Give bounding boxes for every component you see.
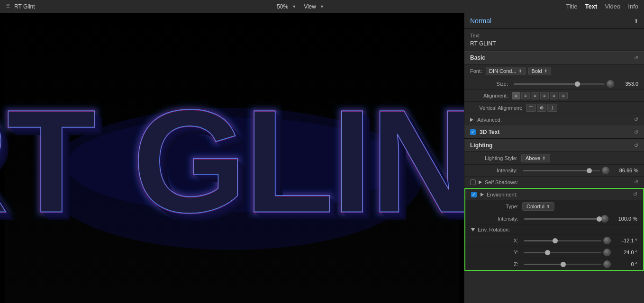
env-intensity-slider[interactable] bbox=[524, 218, 599, 220]
blend-mode-label[interactable]: Normal bbox=[470, 17, 491, 25]
env-intensity-fill bbox=[524, 218, 599, 220]
alignment-row: Alignment: ≡ ≡ ≡ ≡ ≡ ≡ bbox=[464, 90, 644, 102]
size-slider-thumb[interactable] bbox=[575, 81, 580, 87]
environment-expand-icon[interactable] bbox=[481, 193, 484, 196]
env-type-arrow: ⬆ bbox=[546, 204, 550, 209]
align-center-btn[interactable]: ≡ bbox=[521, 92, 530, 99]
env-y-label: Y: bbox=[471, 250, 518, 255]
env-intensity-thumb[interactable] bbox=[597, 216, 602, 222]
lighting-intensity-knob[interactable] bbox=[602, 167, 609, 174]
advanced-label[interactable]: Advanced: bbox=[477, 117, 502, 123]
title-bar-left: ⠿ RT Glint bbox=[6, 3, 35, 10]
env-x-slider[interactable] bbox=[524, 240, 601, 241]
size-label: Size: bbox=[470, 81, 508, 87]
advanced-reset-icon[interactable]: ↺ bbox=[634, 116, 638, 123]
text-section: Text RT GLINT bbox=[464, 29, 644, 51]
env-y-knob[interactable] bbox=[603, 249, 611, 256]
env-z-thumb[interactable] bbox=[561, 262, 566, 267]
3d-text-enabled-checkbox[interactable] bbox=[470, 129, 476, 135]
advanced-expand-icon[interactable] bbox=[470, 118, 473, 122]
lighting-intensity-slider[interactable] bbox=[523, 170, 600, 171]
env-z-label: Z: bbox=[471, 261, 518, 267]
self-shadows-reset-icon[interactable]: ↺ bbox=[634, 179, 638, 185]
tab-video[interactable]: Video bbox=[605, 3, 620, 10]
vertical-alignment-row: Vertical Alignment: ⊤ ⊕ ⊥ bbox=[464, 102, 644, 114]
lighting-intensity-value[interactable]: 86.66 % bbox=[612, 168, 638, 173]
self-shadows-label[interactable]: Self Shadows: bbox=[485, 179, 518, 185]
environment-reset-icon[interactable]: ↺ bbox=[633, 191, 637, 197]
v-align-top-btn[interactable]: ⊤ bbox=[526, 104, 536, 112]
size-slider-fill bbox=[514, 83, 577, 85]
env-x-thumb[interactable] bbox=[553, 238, 558, 243]
align-right-btn[interactable]: ≡ bbox=[531, 92, 539, 99]
align-justify-btn[interactable]: ≡ bbox=[559, 92, 568, 99]
env-rotation-header: Env. Rotation: bbox=[465, 225, 643, 235]
size-row: Size: 353.0 bbox=[464, 78, 644, 90]
align-justify-center-btn[interactable]: ≡ bbox=[550, 92, 558, 99]
lighting-style-dropdown[interactable]: Above ⬆ bbox=[521, 154, 550, 162]
env-type-row: Type: Colorful ⬆ bbox=[465, 200, 643, 213]
size-slider-track[interactable] bbox=[514, 83, 605, 85]
env-rotation-expand-icon[interactable] bbox=[471, 228, 475, 232]
alignment-label: Alignment: bbox=[470, 93, 508, 98]
env-x-value[interactable]: -12.1 ° bbox=[614, 238, 637, 243]
basic-reset-icon[interactable]: ↺ bbox=[634, 55, 638, 61]
zoom-dropdown-icon[interactable]: ▼ bbox=[292, 4, 296, 9]
basic-section-header: Basic ↺ bbox=[464, 51, 644, 64]
alignment-buttons: ≡ ≡ ≡ ≡ ≡ ≡ bbox=[512, 92, 638, 99]
font-name-value: DIN Cond... bbox=[489, 68, 516, 74]
environment-section: Environment: ↺ Type: Colorful ⬆ Intensit… bbox=[464, 188, 644, 271]
env-z-slider[interactable] bbox=[524, 264, 601, 265]
font-label: Font: bbox=[470, 68, 482, 74]
3d-text-reset-icon[interactable]: ↺ bbox=[634, 129, 638, 135]
basic-title[interactable]: Basic bbox=[470, 54, 485, 61]
view-dropdown-icon[interactable]: ▼ bbox=[320, 4, 324, 9]
text-content-value[interactable]: RT GLINT bbox=[470, 40, 638, 47]
tab-info[interactable]: Info bbox=[628, 3, 638, 10]
env-x-label: X: bbox=[471, 238, 518, 243]
env-intensity-label: Intensity: bbox=[471, 216, 518, 222]
env-intensity-knob[interactable] bbox=[601, 215, 608, 223]
env-y-content: -24.0 ° bbox=[522, 249, 637, 256]
title-bar: ⠿ RT Glint 50% ▼ View ▼ Title Text Video… bbox=[0, 0, 644, 13]
blend-mode-arrow[interactable]: ⬆ bbox=[634, 18, 638, 24]
environment-enabled-checkbox[interactable] bbox=[471, 192, 477, 197]
env-type-dropdown[interactable]: Colorful ⬆ bbox=[522, 202, 554, 211]
title-bar-right: Title Text Video Info bbox=[566, 3, 638, 10]
font-weight-dropdown[interactable]: Bold ⬆ bbox=[528, 67, 551, 75]
lighting-title[interactable]: Lighting bbox=[470, 142, 492, 149]
vertical-alignment-label: Vertical Alignment: bbox=[470, 105, 522, 111]
env-intensity-value[interactable]: 100.0 % bbox=[611, 216, 637, 222]
font-name-dropdown[interactable]: DIN Cond... ⬆ bbox=[486, 67, 525, 75]
env-y-slider[interactable] bbox=[524, 252, 601, 253]
environment-label[interactable]: Environment: bbox=[487, 192, 517, 197]
env-type-label: Type: bbox=[471, 204, 518, 209]
self-shadows-expand-icon[interactable] bbox=[479, 180, 482, 184]
size-value[interactable]: 353.0 bbox=[617, 81, 638, 87]
env-z-knob[interactable] bbox=[603, 260, 611, 268]
view-button[interactable]: View bbox=[304, 3, 316, 10]
env-y-thumb[interactable] bbox=[545, 250, 550, 255]
self-shadows-checkbox[interactable] bbox=[470, 179, 476, 185]
align-left-btn[interactable]: ≡ bbox=[512, 92, 520, 99]
tab-title[interactable]: Title bbox=[566, 3, 577, 10]
env-x-knob[interactable] bbox=[603, 237, 611, 244]
tab-text[interactable]: Text bbox=[585, 3, 598, 10]
v-align-middle-btn[interactable]: ⊕ bbox=[537, 104, 546, 112]
lighting-reset-icon[interactable]: ↺ bbox=[634, 143, 638, 149]
lighting-style-label: Lighting Style: bbox=[470, 155, 517, 161]
align-justify-left-btn[interactable]: ≡ bbox=[540, 92, 549, 99]
font-name-arrow: ⬆ bbox=[518, 69, 522, 73]
v-align-buttons-group: ⊤ ⊕ ⊥ bbox=[526, 104, 557, 112]
env-type-value: Colorful bbox=[526, 204, 544, 209]
size-slider-container: 353.0 bbox=[512, 80, 638, 88]
env-type-content: Colorful ⬆ bbox=[522, 202, 637, 211]
v-align-bottom-btn[interactable]: ⊥ bbox=[547, 104, 557, 112]
size-knob[interactable] bbox=[607, 80, 614, 88]
align-buttons-group: ≡ ≡ ≡ ≡ ≡ ≡ bbox=[512, 92, 568, 99]
lighting-style-value: Above bbox=[526, 155, 540, 161]
env-y-value[interactable]: -24.0 ° bbox=[614, 250, 637, 255]
lighting-intensity-thumb[interactable] bbox=[587, 168, 592, 173]
zoom-value[interactable]: 50% bbox=[277, 3, 288, 10]
env-z-value[interactable]: 0 ° bbox=[614, 261, 637, 267]
